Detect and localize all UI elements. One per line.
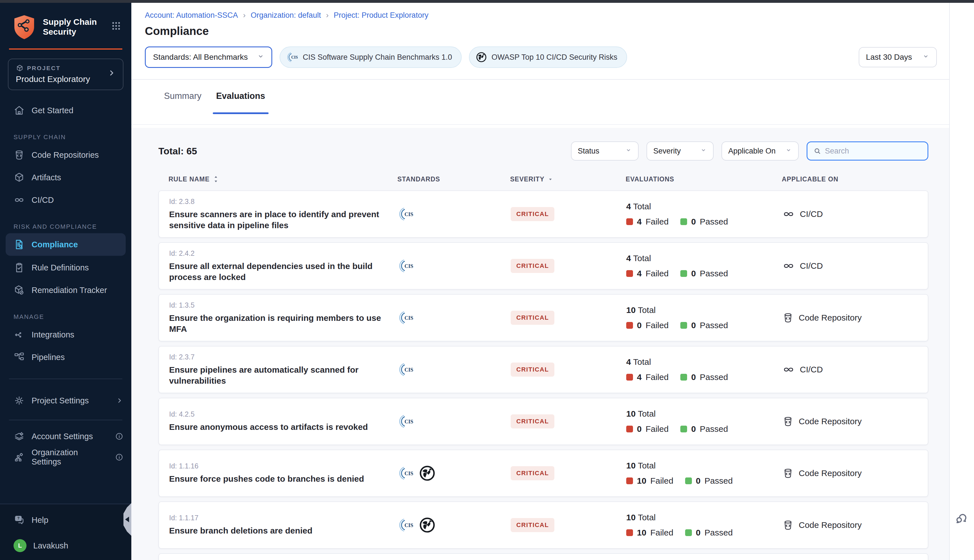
search-input[interactable] bbox=[825, 147, 922, 155]
severity-badge: CRITICAL bbox=[511, 414, 554, 428]
passed-label: Passed bbox=[700, 320, 728, 330]
breadcrumb-account[interactable]: Account: Automation-SSCA bbox=[145, 11, 238, 20]
user-menu[interactable]: L Lavakush bbox=[13, 539, 123, 552]
cube-icon bbox=[16, 64, 24, 72]
chevron-down-icon bbox=[785, 147, 792, 155]
breadcrumb-organization[interactable]: Organization: default bbox=[251, 11, 321, 20]
evaluations-cell: 10 Total0Failed0Passed bbox=[626, 305, 782, 330]
column-rule-name[interactable]: RULE NAME bbox=[168, 175, 397, 183]
project-name: Product Exploratory bbox=[16, 74, 107, 84]
applicable-on-cell: CI/CD bbox=[782, 260, 928, 272]
applicable-on-cell: Code Repository bbox=[782, 520, 928, 531]
failed-indicator bbox=[626, 270, 633, 277]
support-chat-icon[interactable] bbox=[954, 510, 969, 527]
standards-cell: CIS bbox=[398, 362, 511, 377]
severity-filter[interactable]: Severity bbox=[647, 142, 714, 160]
applicable-on-cell: CI/CD bbox=[782, 363, 928, 376]
project-selector[interactable]: PROJECT Product Exploratory bbox=[8, 58, 123, 90]
active-tab-underline bbox=[213, 112, 269, 114]
passed-label: Passed bbox=[700, 372, 728, 382]
table-row-partial[interactable] bbox=[158, 553, 928, 560]
evaluations-total: 4 Total bbox=[626, 357, 782, 367]
chip-cis-benchmark[interactable]: CIS CIS Software Supply Chain Benchmarks… bbox=[280, 47, 462, 68]
app-grid-icon[interactable] bbox=[111, 21, 121, 33]
sidebar-item-integrations[interactable]: Integrations bbox=[0, 323, 131, 346]
tab-evaluations[interactable]: Evaluations bbox=[216, 91, 265, 124]
passed-label: Passed bbox=[700, 217, 728, 227]
applicable-on-label: CI/CD bbox=[800, 365, 823, 374]
sidebar-item-account-settings[interactable]: Account Settings bbox=[0, 426, 131, 447]
file-search-icon bbox=[13, 239, 25, 250]
breadcrumb-project[interactable]: Project: Product Exploratory bbox=[334, 11, 429, 20]
status-filter[interactable]: Status bbox=[571, 142, 639, 160]
passed-label: Passed bbox=[705, 476, 733, 486]
table-row[interactable]: Id: 1.3.5Ensure the organization is requ… bbox=[158, 294, 928, 342]
shield-logo-icon bbox=[12, 14, 36, 40]
date-range-select[interactable]: Last 30 Days bbox=[859, 47, 937, 67]
table-row[interactable]: Id: 2.3.7Ensure pipelines are automatica… bbox=[158, 346, 928, 393]
sidebar-item-project-settings[interactable]: Project Settings bbox=[0, 389, 131, 412]
table-row[interactable]: Id: 2.3.8Ensure scanners are in place to… bbox=[158, 190, 928, 238]
evaluations-breakdown: 10Failed0Passed bbox=[626, 476, 782, 486]
cis-standard-icon: CIS bbox=[398, 465, 414, 481]
failed-indicator bbox=[626, 218, 633, 225]
sort-icon[interactable] bbox=[212, 175, 219, 183]
divider bbox=[9, 420, 122, 420]
tab-bar: Summary Evaluations bbox=[131, 80, 974, 125]
breadcrumb-separator: › bbox=[326, 11, 329, 20]
sidebar-item-pipelines[interactable]: Pipelines bbox=[0, 346, 131, 368]
rule-name[interactable]: Ensure scanners are in place to identify… bbox=[169, 209, 384, 231]
sidebar-item-artifacts[interactable]: Artifacts bbox=[0, 166, 131, 189]
cicd-icon bbox=[782, 363, 795, 376]
chip-owasp-top10[interactable]: OWASP Top 10 CI/CD Security Risks bbox=[469, 47, 627, 68]
info-icon[interactable] bbox=[115, 453, 123, 462]
rule-name[interactable]: Ensure force pushes code to branches is … bbox=[169, 473, 384, 484]
section-label-risk-compliance: RISK AND COMPLIANCE bbox=[13, 223, 131, 230]
help-button[interactable]: ? Help bbox=[13, 514, 123, 526]
rule-name[interactable]: Ensure the organization is requiring mem… bbox=[169, 313, 384, 334]
standards-filter-select[interactable]: Standards: All Benchmarks bbox=[145, 47, 272, 68]
table-row[interactable]: Id: 1.1.17Ensure branch deletions are de… bbox=[158, 502, 928, 549]
svg-text:CIS: CIS bbox=[292, 55, 298, 60]
info-icon[interactable] bbox=[115, 432, 123, 440]
chevron-down-icon bbox=[257, 52, 265, 62]
infinity-icon bbox=[13, 194, 25, 206]
failed-indicator bbox=[626, 477, 633, 484]
tab-summary[interactable]: Summary bbox=[164, 91, 202, 124]
sidebar-item-get-started[interactable]: Get Started bbox=[0, 99, 131, 122]
severity-cell: CRITICAL bbox=[511, 311, 626, 325]
rule-name[interactable]: Ensure anonymous access to artifacts is … bbox=[169, 422, 384, 432]
evaluations-total: 10 Total bbox=[626, 513, 782, 522]
rule-name[interactable]: Ensure all external dependencies used in… bbox=[169, 261, 384, 283]
sidebar-item-cicd[interactable]: CI/CD bbox=[0, 189, 131, 211]
table-controls: Total: 65 Status Severity Applicable On bbox=[158, 142, 928, 160]
standards-cell: CIS bbox=[398, 517, 511, 533]
standards-cell: CIS bbox=[398, 465, 511, 482]
filter-bar: Standards: All Benchmarks CIS CIS Softwa… bbox=[145, 47, 949, 68]
right-gutter bbox=[949, 3, 974, 560]
applicable-on-filter[interactable]: Applicable On bbox=[722, 142, 799, 160]
breadcrumb-separator: › bbox=[243, 11, 245, 20]
cis-standard-icon: CIS bbox=[398, 517, 414, 533]
sidebar-item-code-repositories[interactable]: Code Repositories bbox=[0, 144, 131, 166]
evaluations-panel: Total: 65 Status Severity Applicable On bbox=[131, 128, 949, 560]
rule-name[interactable]: Ensure branch deletions are denied bbox=[169, 525, 384, 536]
severity-cell: CRITICAL bbox=[511, 207, 626, 221]
table-row[interactable]: Id: 1.1.16Ensure force pushes code to br… bbox=[158, 450, 928, 497]
table-row[interactable]: Id: 4.2.5Ensure anonymous access to arti… bbox=[158, 398, 928, 445]
sidebar-item-compliance[interactable]: Compliance bbox=[6, 233, 126, 256]
rule-id: Id: 2.3.8 bbox=[169, 197, 398, 206]
rule-id: Id: 1.3.5 bbox=[169, 301, 398, 309]
standards-cell: CIS bbox=[398, 413, 511, 429]
sort-desc-icon[interactable] bbox=[547, 176, 554, 182]
severity-badge: CRITICAL bbox=[511, 259, 554, 273]
severity-badge: CRITICAL bbox=[511, 518, 554, 532]
rule-name[interactable]: Ensure pipelines are automatically scann… bbox=[169, 365, 384, 386]
sidebar-item-rule-definitions[interactable]: Rule Definitions bbox=[0, 256, 131, 279]
column-severity[interactable]: SEVERITY bbox=[510, 175, 625, 183]
table-row[interactable]: Id: 2.4.2Ensure all external dependencie… bbox=[158, 242, 928, 290]
failed-label: Failed bbox=[645, 217, 669, 227]
sidebar-item-remediation-tracker[interactable]: Remediation Tracker bbox=[0, 279, 131, 302]
sidebar-item-organization-settings[interactable]: Organization Settings bbox=[0, 447, 131, 468]
cis-icon: CIS bbox=[286, 51, 298, 63]
